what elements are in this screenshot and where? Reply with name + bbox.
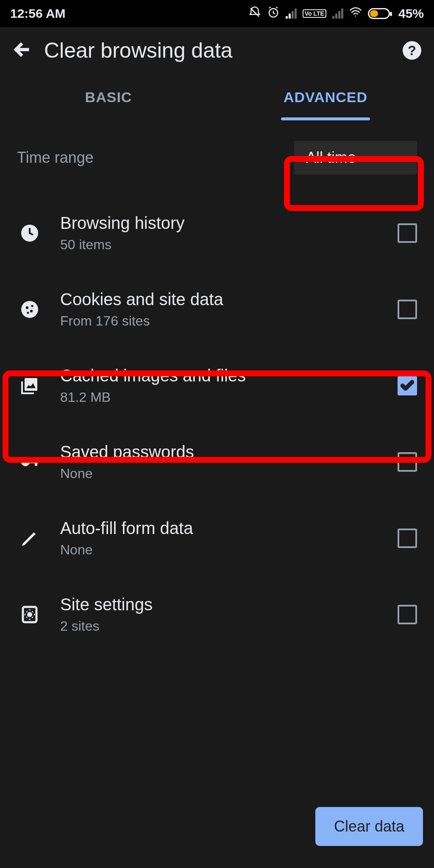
option-title: Auto-fill form data xyxy=(60,519,380,538)
image-stack-icon xyxy=(17,376,42,396)
check-icon xyxy=(400,378,415,393)
volte-icon: Vo LTE xyxy=(303,9,326,18)
status-right: Vo LTE 45% xyxy=(248,6,424,22)
clear-data-label: Clear data xyxy=(334,818,404,835)
checkbox[interactable] xyxy=(398,223,417,243)
tabs: BASIC ADVANCED xyxy=(0,74,434,120)
svg-point-7 xyxy=(21,458,30,466)
option-cookies[interactable]: Cookies and site data From 176 sites xyxy=(0,271,434,348)
key-icon xyxy=(17,452,42,472)
status-bar: 12:56 AM Vo LTE 45% xyxy=(0,0,434,27)
settings-page-icon xyxy=(17,604,42,625)
option-title: Cached images and files xyxy=(60,366,380,385)
svg-point-11 xyxy=(27,612,32,617)
chevron-down-icon xyxy=(395,153,405,163)
time-range-value: All time xyxy=(306,149,356,167)
svg-point-4 xyxy=(27,312,29,314)
clock-icon xyxy=(17,223,42,243)
options-list: Browsing history 50 items Cookies and si… xyxy=(0,195,434,653)
back-button[interactable] xyxy=(13,40,31,61)
svg-rect-6 xyxy=(25,378,37,391)
option-subtitle: From 176 sites xyxy=(60,313,380,329)
time-range-dropdown[interactable]: All time xyxy=(294,141,417,175)
option-cached-images[interactable]: Cached images and files 81.2 MB xyxy=(0,348,434,424)
page-title: Clear browsing data xyxy=(44,38,390,63)
option-subtitle: None xyxy=(60,542,380,558)
checkbox[interactable] xyxy=(398,376,417,395)
app-header: Clear browsing data ? xyxy=(0,27,434,74)
svg-point-3 xyxy=(30,310,33,312)
checkbox[interactable] xyxy=(398,605,417,624)
option-title: Site settings xyxy=(60,595,380,614)
option-subtitle: None xyxy=(60,466,380,481)
pencil-icon xyxy=(17,528,42,548)
tab-basic[interactable]: BASIC xyxy=(0,74,217,120)
option-autofill[interactable]: Auto-fill form data None xyxy=(0,500,434,576)
signal-2-icon xyxy=(332,8,343,19)
screen-root: 12:56 AM Vo LTE 45% xyxy=(0,0,434,868)
signal-1-icon xyxy=(286,8,297,19)
alarm-icon xyxy=(267,6,280,22)
svg-point-2 xyxy=(26,306,28,309)
checkbox[interactable] xyxy=(398,529,417,548)
time-range-row: Time range All time xyxy=(0,120,434,195)
option-browsing-history[interactable]: Browsing history 50 items xyxy=(0,195,434,271)
option-title: Browsing history xyxy=(60,214,380,233)
checkbox[interactable] xyxy=(398,452,417,472)
tab-advanced[interactable]: ADVANCED xyxy=(217,74,434,120)
option-subtitle: 2 sites xyxy=(60,618,380,634)
option-saved-passwords[interactable]: Saved passwords None xyxy=(0,424,434,500)
svg-point-5 xyxy=(31,305,33,307)
status-time: 12:56 AM xyxy=(10,6,66,21)
clear-data-button[interactable]: Clear data xyxy=(315,807,423,846)
cookie-icon xyxy=(17,299,42,320)
battery-pct: 45% xyxy=(398,6,424,21)
checkbox[interactable] xyxy=(398,300,417,319)
option-title: Cookies and site data xyxy=(60,290,380,309)
svg-rect-9 xyxy=(35,461,37,466)
option-subtitle: 81.2 MB xyxy=(60,389,380,405)
wifi-icon xyxy=(349,6,362,22)
option-site-settings[interactable]: Site settings 2 sites xyxy=(0,576,434,653)
battery-icon xyxy=(368,8,390,19)
option-subtitle: 50 items xyxy=(60,237,380,253)
option-title: Saved passwords xyxy=(60,442,380,462)
time-range-label: Time range xyxy=(17,149,94,167)
help-button[interactable]: ? xyxy=(403,41,421,60)
mute-icon xyxy=(248,6,261,22)
